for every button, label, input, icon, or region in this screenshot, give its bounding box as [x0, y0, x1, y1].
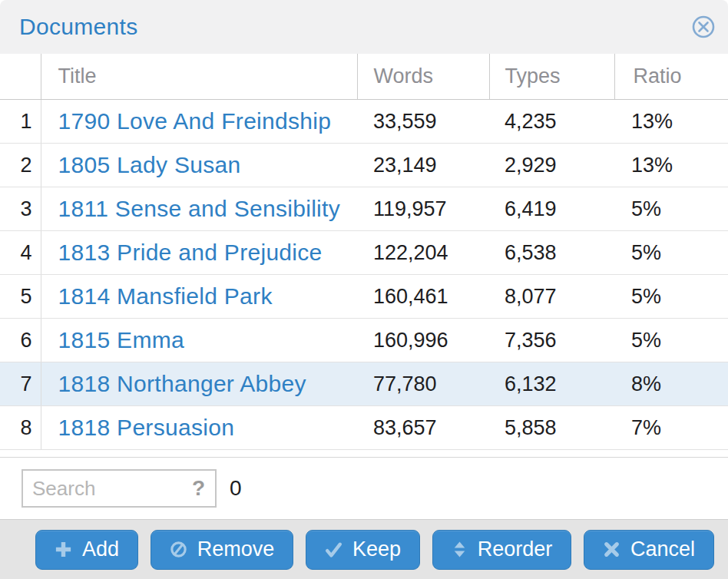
search-box: ?	[22, 469, 217, 508]
keep-button-label: Keep	[352, 538, 401, 561]
close-icon[interactable]	[690, 14, 716, 40]
row-number: 8	[0, 406, 41, 450]
row-number: 5	[0, 275, 41, 319]
column-header-types: Types	[489, 54, 614, 100]
cell-title: 1805 Lady Susan	[41, 144, 357, 187]
table-row[interactable]: 6 1815 Emma 160,996 7,356 5%	[0, 319, 728, 362]
cell-words: 160,461	[357, 275, 489, 319]
cell-types: 4,235	[489, 100, 614, 144]
table-row[interactable]: 2 1805 Lady Susan 23,149 2,929 13%	[0, 144, 728, 187]
table-row[interactable]: 1 1790 Love And Freindship 33,559 4,235 …	[0, 100, 728, 144]
cell-types: 6,419	[489, 187, 614, 231]
cell-title: 1818 Persuasion	[41, 406, 357, 450]
column-header-ratio: Ratio	[614, 54, 728, 100]
column-header-title: Title	[41, 54, 357, 100]
button-bar: Add Remove Keep	[0, 519, 728, 579]
cell-words: 119,957	[357, 187, 489, 231]
documents-dialog: Documents Title Words Types Ratio 1 1790	[0, 0, 728, 579]
keep-button[interactable]: Keep	[306, 530, 420, 570]
reorder-button[interactable]: Reorder	[432, 530, 572, 570]
cell-words: 33,559	[357, 100, 489, 144]
dialog-title: Documents	[19, 14, 137, 40]
table-row[interactable]: 3 1811 Sense and Sensibility 119,957 6,4…	[0, 187, 728, 231]
cell-words: 160,996	[357, 319, 489, 362]
column-header-number	[0, 54, 41, 100]
cell-title: 1813 Pride and Prejudice	[41, 231, 357, 275]
remove-button[interactable]: Remove	[151, 530, 294, 570]
column-header-words: Words	[357, 54, 489, 100]
cell-title: 1811 Sense and Sensibility	[41, 187, 357, 231]
cell-ratio: 5%	[614, 275, 728, 319]
documents-table: Title Words Types Ratio 1 1790 Love And …	[0, 54, 728, 450]
table-footer-divider	[0, 450, 728, 458]
cell-types: 2,929	[489, 144, 614, 187]
table-row[interactable]: 5 1814 Mansfield Park 160,461 8,077 5%	[0, 275, 728, 319]
cell-types: 6,538	[489, 231, 614, 275]
cell-ratio: 8%	[614, 362, 728, 406]
ban-icon	[170, 541, 187, 558]
row-number: 3	[0, 187, 41, 231]
add-button-label: Add	[82, 538, 119, 561]
search-input[interactable]	[23, 477, 187, 501]
row-number: 6	[0, 319, 41, 362]
remove-button-label: Remove	[197, 538, 275, 561]
cell-ratio: 13%	[614, 144, 728, 187]
cell-types: 7,356	[489, 319, 614, 362]
match-count: 0	[230, 476, 242, 501]
cell-ratio: 5%	[614, 231, 728, 275]
table-row[interactable]: 8 1818 Persuasion 83,657 5,858 7%	[0, 406, 728, 450]
cell-words: 83,657	[357, 406, 489, 450]
cell-title: 1818 Northanger Abbey	[41, 362, 357, 406]
cell-types: 5,858	[489, 406, 614, 450]
cell-title: 1790 Love And Freindship	[41, 100, 357, 144]
cell-ratio: 7%	[614, 406, 728, 450]
cell-title: 1814 Mansfield Park	[41, 275, 357, 319]
up-down-arrows-icon	[452, 541, 468, 558]
cell-ratio: 13%	[614, 100, 728, 144]
table-row[interactable]: 7 1818 Northanger Abbey 77,780 6,132 8%	[0, 362, 728, 406]
cell-ratio: 5%	[614, 187, 728, 231]
search-section: ? 0	[0, 458, 728, 519]
cell-words: 23,149	[357, 144, 489, 187]
cancel-button-label: Cancel	[630, 538, 695, 561]
check-icon	[325, 541, 342, 558]
row-number: 4	[0, 231, 41, 275]
plus-icon	[55, 541, 72, 558]
row-number: 2	[0, 144, 41, 187]
x-icon	[603, 541, 620, 558]
cell-ratio: 5%	[614, 319, 728, 362]
reorder-button-label: Reorder	[478, 538, 553, 561]
search-help-icon[interactable]: ?	[187, 476, 215, 501]
cancel-button[interactable]: Cancel	[584, 530, 714, 570]
cell-title: 1815 Emma	[41, 319, 357, 362]
cell-types: 8,077	[489, 275, 614, 319]
title-bar: Documents	[0, 0, 728, 54]
add-button[interactable]: Add	[35, 530, 138, 570]
cell-words: 77,780	[357, 362, 489, 406]
table-header: Title Words Types Ratio	[0, 54, 728, 100]
table-row[interactable]: 4 1813 Pride and Prejudice 122,204 6,538…	[0, 231, 728, 275]
row-number: 1	[0, 100, 41, 144]
row-number: 7	[0, 362, 41, 406]
cell-words: 122,204	[357, 231, 489, 275]
cell-types: 6,132	[489, 362, 614, 406]
table-body: 1 1790 Love And Freindship 33,559 4,235 …	[0, 100, 728, 450]
